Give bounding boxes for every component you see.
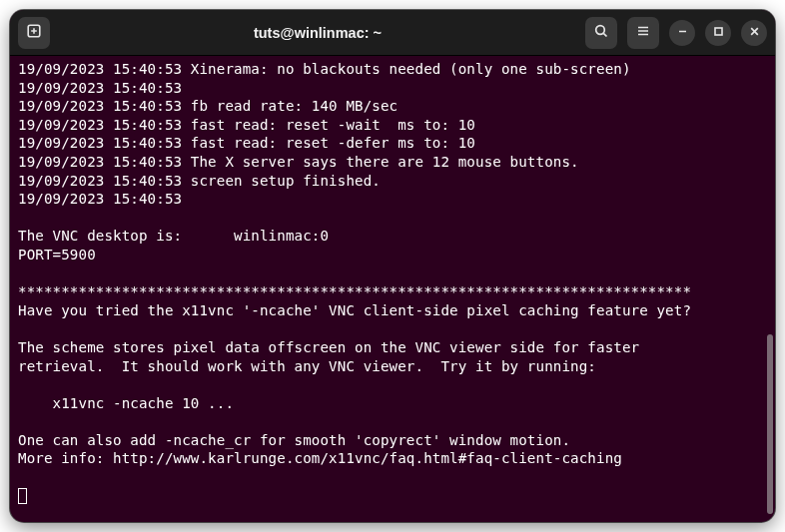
terminal-output[interactable]: 19/09/2023 15:40:53 Xinerama: no blackou… — [10, 56, 765, 522]
close-button[interactable] — [741, 20, 767, 46]
minimize-icon — [676, 23, 689, 42]
svg-line-4 — [603, 33, 606, 36]
close-icon — [748, 23, 761, 42]
svg-rect-9 — [715, 28, 722, 35]
menu-button[interactable] — [627, 17, 659, 49]
window-title: tuts@winlinmac: ~ — [58, 25, 577, 41]
titlebar: tuts@winlinmac: ~ — [10, 10, 775, 56]
svg-point-3 — [596, 25, 605, 34]
terminal-window: tuts@winlinmac: ~ — [10, 10, 775, 522]
hamburger-icon — [635, 23, 651, 43]
maximize-icon — [712, 23, 725, 42]
search-button[interactable] — [585, 17, 617, 49]
scrollbar-thumb[interactable] — [767, 334, 773, 514]
new-tab-button[interactable] — [18, 17, 50, 49]
maximize-button[interactable] — [705, 20, 731, 46]
search-icon — [593, 23, 609, 43]
cursor — [18, 488, 27, 504]
new-tab-icon — [26, 23, 42, 43]
terminal-body: 19/09/2023 15:40:53 Xinerama: no blackou… — [10, 56, 775, 522]
minimize-button[interactable] — [669, 20, 695, 46]
scrollbar-track[interactable] — [765, 56, 775, 522]
